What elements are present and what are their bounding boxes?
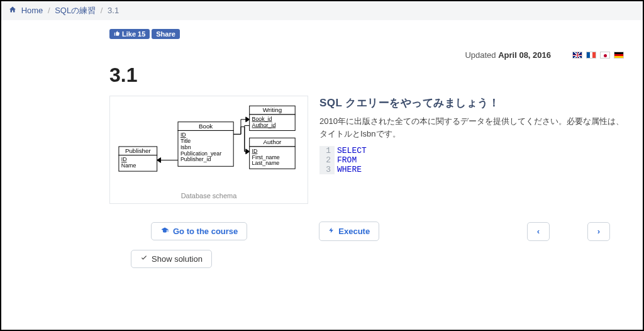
next-button[interactable]: › <box>587 222 610 241</box>
lesson-description: 2010年に出版された全ての本に関するデータを提供してください。必要な属性は、タ… <box>319 115 625 140</box>
sql-editor[interactable]: 1SELECT 2FROM 3WHERE <box>319 146 625 174</box>
svg-text:Author: Author <box>264 138 282 145</box>
line-number: 3 <box>319 165 335 174</box>
bolt-icon <box>328 226 335 237</box>
svg-text:First_name: First_name <box>252 154 280 160</box>
svg-text:Book: Book <box>199 123 213 130</box>
fb-like-label: Like <box>122 30 136 38</box>
show-solution-button[interactable]: Show solution <box>131 250 212 268</box>
breadcrumb-current: 3.1 <box>108 6 119 15</box>
svg-text:Publisher: Publisher <box>125 147 152 154</box>
sql-keyword: FROM <box>335 155 357 165</box>
breadcrumb-home[interactable]: Home <box>21 6 43 15</box>
svg-text:Name: Name <box>121 162 136 169</box>
execute-button[interactable]: Execute <box>319 222 379 241</box>
sql-keyword: WHERE <box>335 165 362 174</box>
go-to-course-button[interactable]: Go to the course <box>151 222 247 240</box>
breadcrumb-sep: / <box>101 6 103 15</box>
page-title: 3.1 <box>109 64 625 87</box>
svg-text:Publisher_id: Publisher_id <box>180 156 211 162</box>
svg-text:ID: ID <box>121 156 127 162</box>
flag-uk-icon[interactable] <box>572 52 582 59</box>
schema-card: Publisher ID Name Book ID Title Isbn Pub… <box>109 96 308 204</box>
updated-text: Updated April 08, 2016 <box>465 50 551 60</box>
fb-like-count: 15 <box>138 30 145 38</box>
thumb-up-icon <box>114 30 120 38</box>
svg-text:Author_id: Author_id <box>252 122 276 128</box>
schema-caption: Database schema <box>116 192 301 199</box>
svg-text:Title: Title <box>180 138 191 144</box>
sql-keyword: SELECT <box>335 146 367 155</box>
show-solution-label: Show solution <box>152 254 203 264</box>
breadcrumb-sql-practice[interactable]: SQLの練習 <box>55 6 96 15</box>
fb-share-label: Share <box>156 30 175 38</box>
svg-marker-24 <box>157 158 161 163</box>
svg-text:Book_id: Book_id <box>252 116 272 122</box>
lesson-heading: SQL クエリーをやってみましょう！ <box>319 96 625 110</box>
prev-button[interactable]: ‹ <box>527 222 550 241</box>
go-to-course-label: Go to the course <box>173 227 238 236</box>
flag-jp-icon[interactable] <box>600 52 610 59</box>
check-icon <box>140 254 148 264</box>
line-number: 1 <box>319 146 335 155</box>
svg-marker-26 <box>246 149 250 154</box>
graduation-cap-icon <box>160 227 169 236</box>
fb-like-button[interactable]: Like 15 <box>109 29 150 39</box>
chevron-left-icon: ‹ <box>537 227 540 236</box>
fb-share-button[interactable]: Share <box>152 29 180 39</box>
flag-fr-icon[interactable] <box>586 52 596 59</box>
flag-de-icon[interactable] <box>614 52 624 59</box>
breadcrumb-sep: / <box>48 6 50 15</box>
database-schema-diagram: Publisher ID Name Book ID Title Isbn Pub… <box>116 103 301 186</box>
chevron-right-icon: › <box>597 227 600 236</box>
svg-text:Writing: Writing <box>263 106 282 113</box>
svg-marker-25 <box>246 117 250 122</box>
facebook-widget: Like 15 Share <box>109 29 180 39</box>
updated-prefix: Updated <box>465 50 498 60</box>
svg-text:Publication_year: Publication_year <box>180 150 221 157</box>
svg-text:Isbn: Isbn <box>180 144 191 150</box>
line-number: 2 <box>319 155 335 165</box>
updated-date: April 08, 2016 <box>498 50 551 60</box>
breadcrumb: Home / SQLの練習 / 3.1 <box>1 1 643 20</box>
svg-text:Last_name: Last_name <box>252 160 280 166</box>
svg-text:ID: ID <box>180 132 186 138</box>
svg-text:ID: ID <box>252 148 258 154</box>
language-flags <box>572 52 624 59</box>
home-icon <box>9 6 19 15</box>
execute-label: Execute <box>338 227 370 236</box>
